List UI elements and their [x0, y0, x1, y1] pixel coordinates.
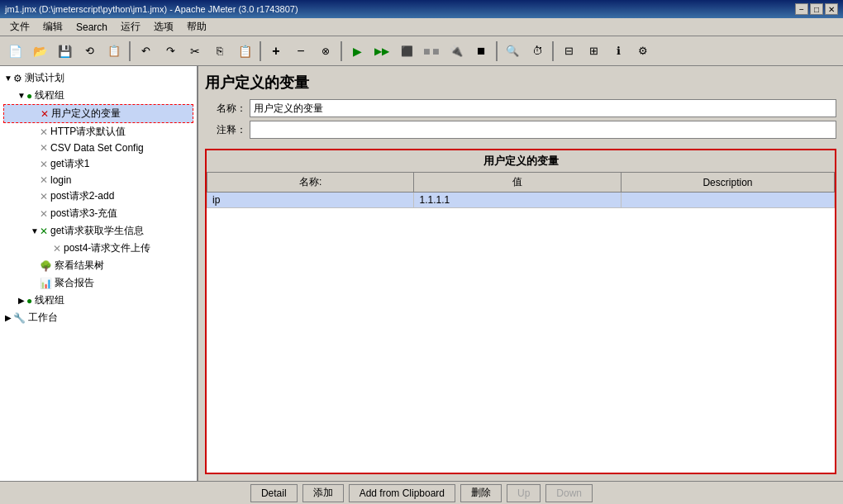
clear-button[interactable]: ⊗	[314, 40, 337, 63]
sep2	[260, 41, 261, 61]
remote-button[interactable]: 🔌	[445, 40, 468, 63]
tree-panel: ▼ ⚙ 测试计划 ▼ ● 线程组 ✕ 用户定义的变量 ✕ HTTP请求默认值	[0, 66, 198, 481]
name-label: 名称：	[205, 102, 246, 116]
tree-item-viewtree[interactable]: 🌳 察看结果树	[3, 257, 193, 274]
menu-edit[interactable]: 编辑	[36, 18, 69, 36]
tree-item-getreqstud[interactable]: ▼ ✕ get请求获取学生信息	[3, 222, 193, 240]
table-section-title: 用户定义的变量	[207, 150, 835, 172]
revert-button[interactable]: ⟲	[78, 40, 101, 63]
panel-title: 用户定义的变量	[205, 73, 836, 93]
up-button[interactable]: Up	[507, 484, 541, 502]
report-icon: 📊	[40, 278, 52, 289]
detail-button[interactable]: Detail	[250, 484, 298, 502]
table-row[interactable]: ip 1.1.1.1	[207, 193, 835, 208]
tree-item-postreq2[interactable]: ✕ post请求2-add	[3, 188, 193, 205]
remove-button[interactable]	[289, 40, 312, 63]
work-icon: 🔧	[13, 312, 26, 324]
tree-item-workbench[interactable]: ▶ 🔧 工作台	[3, 309, 193, 326]
close-button[interactable]: ✕	[825, 3, 838, 15]
menu-bar: 文件 编辑 Search 运行 选项 帮助	[0, 18, 843, 36]
save-button[interactable]	[53, 40, 76, 63]
minimize-button[interactable]: −	[795, 3, 808, 15]
tree-item-threadgroup2[interactable]: ▶ ● 线程组	[3, 292, 193, 309]
http-icon: ✕	[40, 126, 48, 138]
login-icon: ✕	[40, 174, 48, 186]
bottom-bar: Detail 添加 Add from Clipboard 删除 Up Down	[0, 481, 843, 504]
extra-button[interactable]: ⚙	[631, 40, 655, 63]
delete-button[interactable]: 删除	[460, 484, 502, 502]
getstud-icon: ✕	[40, 226, 48, 237]
menu-run[interactable]: 运行	[114, 18, 147, 36]
info-button[interactable]: ℹ	[607, 40, 630, 63]
plan-icon: ⚙	[13, 73, 22, 84]
stop-button[interactable]: ⬛	[395, 40, 418, 63]
template-button[interactable]: 📋	[102, 40, 126, 63]
col-desc: Description	[621, 173, 834, 193]
add-clipboard-button[interactable]: Add from Clipboard	[349, 484, 455, 502]
name-input[interactable]	[250, 99, 836, 117]
open-button[interactable]	[28, 40, 51, 63]
sep1	[129, 41, 131, 61]
add-button[interactable]	[264, 40, 288, 63]
col-name: 名称:	[207, 173, 414, 193]
thread-icon: ●	[26, 90, 32, 102]
var-icon: ✕	[40, 108, 49, 120]
tree-item-post4[interactable]: ✕ post4-请求文件上传	[3, 240, 193, 257]
comment-input[interactable]	[250, 121, 836, 139]
window-title: jm1.jmx (D:\jmeterscript\python\jm1.jmx)…	[5, 4, 298, 14]
thread2-icon: ●	[26, 295, 32, 307]
name-row: 名称：	[205, 99, 836, 117]
remote-stop-button[interactable]: ⏹	[469, 40, 493, 63]
comment-row: 注释：	[205, 121, 836, 139]
csv-icon: ✕	[40, 142, 48, 154]
tree-item-threadgroup1[interactable]: ▼ ● 线程组	[3, 87, 193, 104]
menu-options[interactable]: 选项	[147, 18, 180, 36]
run-button[interactable]: ▶	[345, 40, 369, 63]
table-header: 名称: 值 Description	[207, 173, 835, 193]
sep4	[496, 41, 498, 61]
sep5	[552, 41, 554, 61]
title-bar: jm1.jmx (D:\jmeterscript\python\jm1.jmx)…	[0, 0, 843, 18]
table-wrapper: 名称: 值 Description ip 1.1.1.1	[207, 172, 835, 473]
tree-item-uservars[interactable]: ✕ 用户定义的变量	[3, 104, 193, 123]
run-all-button[interactable]: ▶▶	[370, 40, 393, 63]
maximize-button[interactable]: □	[810, 3, 823, 15]
tree-item-getreq1[interactable]: ✕ get请求1	[3, 155, 193, 173]
comment-label: 注释：	[205, 123, 246, 137]
expand-button[interactable]: ⊞	[582, 40, 605, 63]
timer-button[interactable]: ⏱	[526, 40, 549, 63]
table-body: ip 1.1.1.1	[207, 193, 835, 208]
cut-button[interactable]	[183, 40, 207, 63]
tree-item-csvconfig[interactable]: ✕ CSV Data Set Config	[3, 140, 193, 155]
tree-item-login[interactable]: ✕ login	[3, 173, 193, 188]
tree-item-aggregate[interactable]: 📊 聚合报告	[3, 274, 193, 292]
copy-button[interactable]: ⎘	[208, 40, 231, 63]
tree-item-testplan[interactable]: ▼ ⚙ 测试计划	[3, 69, 193, 87]
menu-file[interactable]: 文件	[3, 18, 36, 36]
new-button[interactable]	[3, 40, 26, 63]
add-button-bottom[interactable]: 添加	[302, 484, 344, 502]
tree-icon: 🌳	[40, 260, 52, 272]
down-button[interactable]: Down	[545, 484, 593, 502]
cell-value: 1.1.1.1	[414, 193, 621, 208]
collapse-button[interactable]: ⊟	[557, 40, 580, 63]
redo-button[interactable]: ↷	[159, 40, 182, 63]
post3-icon: ✕	[40, 208, 48, 220]
stop-all-button[interactable]: ⏹⏹	[420, 40, 443, 63]
tree-item-postreq3[interactable]: ✕ post请求3-充值	[3, 205, 193, 222]
menu-search[interactable]: Search	[69, 18, 114, 36]
cell-desc	[621, 193, 834, 208]
undo-button[interactable]: ↶	[134, 40, 157, 63]
paste-button[interactable]	[233, 40, 256, 63]
post2-icon: ✕	[40, 191, 48, 202]
toolbar: ⟲ 📋 ↶ ↷ ⎘ ⊗ ▶ ▶▶ ⬛ ⏹⏹ 🔌 ⏹ 🔍 ⏱ ⊟ ⊞ ℹ ⚙	[0, 36, 843, 66]
window-controls: − □ ✕	[795, 3, 838, 15]
cell-name: ip	[207, 193, 414, 208]
table-section: 用户定义的变量 名称: 值 Description ip 1.1.1.1	[205, 149, 836, 474]
sep3	[341, 41, 342, 61]
menu-help[interactable]: 帮助	[180, 18, 213, 36]
req-icon: ✕	[40, 159, 48, 170]
search-button[interactable]: 🔍	[501, 40, 524, 63]
tree-item-httpdefaults[interactable]: ✕ HTTP请求默认值	[3, 123, 193, 140]
col-value: 值	[414, 173, 621, 193]
